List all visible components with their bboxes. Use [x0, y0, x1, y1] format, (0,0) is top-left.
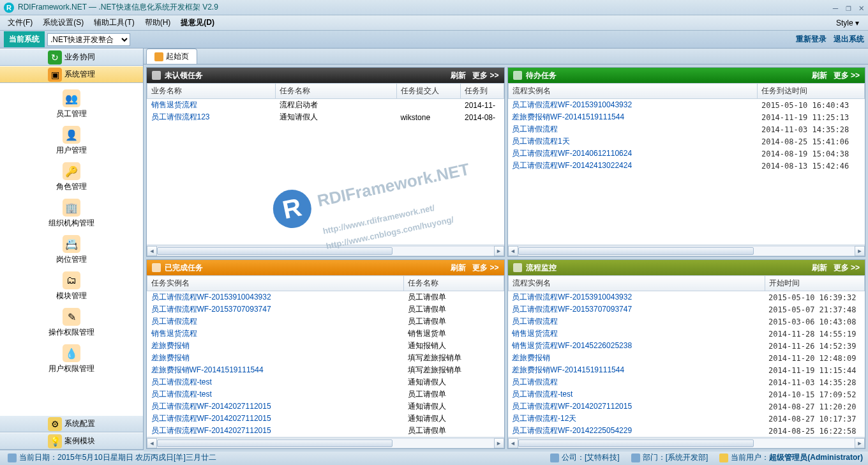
flow-link[interactable]: 销售退货流程 [512, 329, 558, 338]
flow-link[interactable]: 员工请假流程WF-20142027112015 [151, 414, 271, 423]
col-header[interactable]: 任务提交人 [396, 84, 461, 99]
h-scrollbar[interactable]: ◄► [508, 437, 865, 448]
table-row[interactable]: 员工请假流程WF-201406121106242014-08-19 15:04:… [508, 148, 865, 160]
table-row[interactable]: 员工请假流程WF-20153707093747员工请假单 [147, 303, 504, 316]
flow-link[interactable]: 差旅费报销WF-20141519111544 [512, 112, 624, 121]
flow-link[interactable]: 销售退货流程 [151, 100, 197, 109]
flow-link[interactable]: 员工请假流程WF-20142225054229 [512, 426, 632, 435]
table-row[interactable]: 差旅费报销通知报销人 [147, 340, 504, 352]
table-row[interactable]: 员工请假流程WF-201539100439322015-05-10 16:40:… [508, 99, 865, 112]
more-link[interactable]: 更多 >> [472, 263, 498, 273]
col-header[interactable]: 任务名称 [404, 276, 504, 291]
table-row[interactable]: 差旅费报销WF-201415191115442014-11-19 11:25:1… [508, 111, 865, 123]
h-scrollbar[interactable]: ◄► [508, 245, 865, 256]
flow-link[interactable]: 员工请假流程WF-20153910043932 [512, 100, 632, 109]
scroll-right-icon[interactable]: ► [494, 246, 504, 256]
flow-link[interactable]: 员工请假流程WF-20142027112015 [151, 426, 271, 435]
maximize-icon[interactable]: ❐ [846, 3, 851, 13]
exit-link[interactable]: 退出系统 [834, 34, 864, 43]
flow-link[interactable]: 销售退货流程WF-20145226025238 [512, 341, 632, 350]
table-row[interactable]: 员工请假流程2014-11-03 14:35:28 [508, 123, 865, 135]
col-header[interactable]: 任务实例名 [147, 276, 404, 291]
flow-link[interactable]: 员工请假流程 [512, 377, 558, 386]
table-row[interactable]: 员工请假流程-12天2014-08-27 10:17:37 [508, 413, 865, 425]
sidebar-item[interactable]: 🔑角色管理 [0, 160, 143, 196]
scroll-left-icon[interactable]: ◄ [508, 246, 518, 256]
table-row[interactable]: 员工请假流程WF-20142027112015员工请假单 [147, 425, 504, 437]
refresh-link[interactable]: 刷新 [812, 263, 827, 273]
flow-link[interactable]: 员工请假流程-12天 [512, 414, 576, 423]
accordion-biz-collab[interactable]: ↻ 业务协同 [0, 49, 143, 66]
table-row[interactable]: 员工请假流程WF-20142027112015通知请假人 [147, 400, 504, 413]
table-row[interactable]: 员工请假流程员工请假单 [147, 316, 504, 328]
col-header[interactable]: 流程实例名 [508, 276, 765, 291]
flow-link[interactable]: 员工请假流程 [151, 317, 197, 326]
scroll-right-icon[interactable]: ► [855, 438, 865, 448]
table-row[interactable]: 员工请假流程WF-201422250542292014-08-25 16:22:… [508, 425, 865, 437]
menu-help[interactable]: 帮助(H) [140, 16, 176, 29]
table-row[interactable]: 员工请假流程123通知请假人wikstone2014-08- [147, 111, 504, 123]
sidebar-item[interactable]: 👤用户管理 [0, 123, 143, 160]
h-scrollbar[interactable]: ◄► [147, 437, 504, 448]
col-header[interactable]: 业务名称 [147, 84, 276, 99]
table-row[interactable]: 差旅费报销WF-20141519111544填写差旅报销单 [147, 364, 504, 376]
flow-link[interactable]: 差旅费报销WF-20141519111544 [151, 365, 264, 374]
flow-link[interactable]: 员工请假流程123 [151, 112, 210, 121]
table-row[interactable]: 员工请假流程-test2014-10-15 17:09:52 [508, 388, 865, 400]
table-row[interactable]: 销售退货流程2014-11-28 14:55:19 [508, 328, 865, 340]
flow-link[interactable]: 差旅费报销 [151, 341, 190, 350]
more-link[interactable]: 更多 >> [834, 70, 860, 81]
style-dropdown[interactable]: Style ▾ [831, 17, 865, 29]
sidebar-item[interactable]: 🏢组织机构管理 [0, 196, 143, 232]
h-scrollbar[interactable]: ◄► [147, 245, 504, 256]
accordion-system-mgmt[interactable]: ▣ 系统管理 [0, 66, 143, 83]
table-row[interactable]: 销售退货流程流程启动者2014-11- [147, 99, 504, 112]
system-select[interactable]: .NET快速开发整合 [47, 33, 130, 46]
more-link[interactable]: 更多 >> [472, 70, 498, 81]
table-row[interactable]: 销售退货流程WF-201452260252382014-11-26 14:52:… [508, 340, 865, 352]
table-row[interactable]: 员工请假流程-test员工请假单 [147, 388, 504, 400]
table-row[interactable]: 差旅费报销填写差旅报销单 [147, 352, 504, 364]
col-header[interactable]: 任务到 [461, 84, 504, 99]
sidebar-item[interactable]: ✎操作权限管理 [0, 305, 143, 342]
table-row[interactable]: 员工请假流程WF-20153910043932员工请假单 [147, 291, 504, 304]
more-link[interactable]: 更多 >> [834, 263, 860, 273]
table-row[interactable]: 员工请假流程WF-201537070937472015-05-07 21:37:… [508, 303, 865, 316]
sidebar-item[interactable]: 💧用户权限管理 [0, 342, 143, 378]
flow-link[interactable]: 员工请假流程 [512, 317, 558, 326]
menu-file[interactable]: 文件(F) [3, 16, 38, 29]
flow-link[interactable]: 差旅费报销 [512, 353, 550, 362]
sidebar-item[interactable]: 📇岗位管理 [0, 232, 143, 269]
table-row[interactable]: 员工请假流程WF-20142027112015通知请假人 [147, 413, 504, 425]
table-row[interactable]: 员工请假流程-test通知请假人 [147, 376, 504, 388]
flow-link[interactable]: 员工请假流程WF-20142413022424 [512, 161, 632, 170]
flow-link[interactable]: 员工请假流程 [512, 125, 558, 133]
accordion-item[interactable]: 💡案例模块 [0, 432, 143, 450]
flow-link[interactable]: 员工请假流程WF-20153707093747 [512, 305, 632, 314]
sidebar-item[interactable]: 🗂模块管理 [0, 269, 143, 305]
refresh-link[interactable]: 刷新 [451, 263, 466, 273]
table-row[interactable]: 员工请假流程WF-201424130224242014-08-13 15:42:… [508, 160, 865, 172]
flow-link[interactable]: 员工请假流程-test [512, 390, 572, 399]
scroll-left-icon[interactable]: ◄ [508, 438, 518, 448]
menu-suggest[interactable]: 提意见(D) [176, 16, 220, 29]
col-header[interactable]: 开始时间 [765, 276, 864, 291]
sidebar-item[interactable]: 👥员工管理 [0, 87, 143, 123]
close-icon[interactable]: ✕ [859, 3, 864, 13]
table-row[interactable]: 差旅费报销2014-11-20 12:48:09 [508, 352, 865, 364]
col-header[interactable]: 任务到达时间 [758, 84, 865, 99]
flow-link[interactable]: 销售退货流程 [151, 329, 197, 338]
relogin-link[interactable]: 重新登录 [796, 34, 827, 43]
table-row[interactable]: 员工请假流程1天2014-08-25 15:41:06 [508, 135, 865, 148]
scroll-left-icon[interactable]: ◄ [147, 246, 157, 256]
col-header[interactable]: 任务名称 [276, 84, 397, 99]
flow-link[interactable]: 员工请假流程-test [151, 377, 212, 386]
flow-link[interactable]: 员工请假流程WF-20142027112015 [151, 402, 271, 411]
flow-link[interactable]: 员工请假流程WF-20153910043932 [512, 293, 632, 301]
table-row[interactable]: 差旅费报销WF-201415191115442014-11-19 11:15:4… [508, 364, 865, 376]
scroll-left-icon[interactable]: ◄ [147, 438, 157, 448]
flow-link[interactable]: 差旅费报销 [151, 353, 190, 362]
menu-settings[interactable]: 系统设置(S) [38, 16, 89, 29]
flow-link[interactable]: 员工请假流程WF-20153707093747 [151, 305, 271, 314]
table-row[interactable]: 员工请假流程2015-03-06 10:43:08 [508, 316, 865, 328]
